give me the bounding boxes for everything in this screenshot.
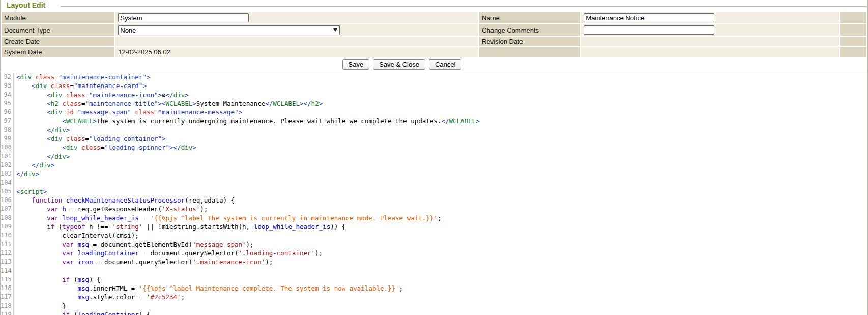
code-token: >	[185, 91, 189, 99]
code-token: '.loading-container'	[239, 249, 315, 257]
code-token: msg	[77, 284, 89, 292]
code-token: div	[181, 144, 193, 151]
line-number: 93	[1, 81, 14, 90]
module-cell	[115, 12, 478, 23]
code-token: >	[142, 82, 147, 90]
right-stub-cell	[840, 24, 866, 36]
code-line: 103</div>	[1, 169, 867, 178]
code-token: <	[62, 117, 66, 125]
empty-value-cell	[581, 47, 839, 57]
code-token: div	[24, 170, 36, 178]
code-token: = document.querySelector(	[139, 249, 239, 257]
code-line: 99 <div class="loading-container">	[1, 134, 867, 143]
line-number: 111	[1, 240, 14, 249]
code-token	[16, 258, 62, 266]
code-token: div	[36, 82, 47, 90]
code-token	[16, 126, 47, 134]
code-token: (	[70, 276, 77, 283]
code-token: >	[43, 188, 47, 195]
code-line: 108 var loop_while_header_is = '{{%pjs ^…	[1, 214, 867, 222]
line-number: 112	[1, 249, 14, 257]
code-editor[interactable]: 92<div class="maintenance-container">93 …	[1, 71, 867, 315]
code-token: >	[158, 91, 162, 99]
right-stub-cell	[840, 12, 866, 23]
code-text: msg.style.color = '#2c5234';	[14, 293, 185, 301]
code-token	[16, 205, 47, 213]
document-type-select[interactable]: None	[118, 25, 340, 35]
code-token	[16, 100, 47, 107]
code-text: <div class="loading-spinner"></div>	[14, 143, 196, 152]
code-token: if	[62, 276, 70, 283]
line-number: 110	[1, 231, 14, 240]
code-token: div	[39, 161, 51, 169]
code-token: </	[441, 117, 449, 125]
code-token: <	[47, 135, 51, 142]
code-token: h2	[51, 100, 59, 107]
code-line: 109 if (typeof h !== 'string' || !miestr…	[1, 222, 867, 231]
save-and-close-button[interactable]: Save & Close	[373, 59, 425, 70]
save-button[interactable]: Save	[342, 59, 370, 70]
code-token	[16, 144, 62, 151]
code-token: >	[51, 161, 55, 169]
name-field[interactable]	[584, 13, 714, 22]
code-token: 'X-status'	[162, 205, 200, 213]
code-token: );	[246, 241, 254, 248]
code-token: ⚙	[162, 91, 166, 99]
code-token: loop_while_header_is	[62, 214, 139, 222]
line-number: 108	[1, 214, 14, 222]
code-line: 93 <div class="maintenance-card">	[1, 81, 867, 90]
code-text: </div>	[14, 169, 39, 178]
code-line: 101 </div>	[1, 152, 867, 161]
code-token: =	[101, 144, 105, 151]
code-text: var h = req.getResponseHeader('X-status'…	[14, 205, 208, 213]
code-token: <	[162, 100, 166, 107]
code-token: icon	[77, 258, 93, 266]
system-date-label: System Date	[2, 47, 114, 57]
code-token	[32, 73, 36, 81]
code-token: <	[32, 82, 36, 90]
code-token: id	[66, 108, 74, 116]
module-field[interactable]	[118, 13, 249, 22]
line-number: 114	[1, 267, 14, 275]
code-line: 92<div class="maintenance-container">	[1, 73, 867, 81]
code-token: WCLABEL	[273, 100, 300, 107]
code-line: 118 }	[1, 302, 867, 310]
code-token	[16, 135, 47, 142]
code-token: </	[32, 161, 39, 169]
cancel-button[interactable]: Cancel	[429, 59, 461, 70]
code-token: ;	[181, 293, 185, 301]
code-token: = document.querySelector(	[93, 258, 193, 266]
code-token: >	[162, 135, 166, 142]
code-token	[47, 82, 51, 90]
code-text: <WCLABEL>The system is currently undergo…	[14, 117, 480, 125]
code-token: .innerHTML =	[89, 284, 139, 292]
code-token	[16, 276, 62, 283]
change-comments-field[interactable]	[584, 25, 714, 35]
code-token: div	[54, 153, 66, 160]
code-text: var icon = document.querySelector('.main…	[14, 257, 273, 266]
code-token: The system is currently undergoing maint…	[97, 117, 441, 125]
code-token: =	[81, 100, 85, 107]
code-token	[16, 293, 77, 301]
line-number: 101	[1, 152, 14, 161]
code-token: class	[81, 144, 101, 151]
code-token: class	[36, 73, 55, 81]
code-text	[14, 267, 16, 275]
document-type-cell: None	[115, 24, 478, 36]
form-row-module-name: Module Name	[2, 12, 866, 23]
code-token: div	[54, 126, 66, 134]
code-line: 94 <div class="maintenance-icon">⚙</div>	[1, 91, 867, 99]
line-number: 103	[1, 169, 14, 178]
code-token: );	[200, 205, 208, 213]
code-token	[16, 249, 62, 257]
code-token: ;	[438, 214, 442, 222]
code-token: "maintenance-title"	[85, 100, 158, 107]
code-text: </div>	[14, 161, 54, 169]
code-token: <	[47, 100, 51, 107]
code-text: if (typeof h !== 'string' || !miestring.…	[14, 222, 345, 231]
code-token	[16, 214, 47, 222]
code-token: typeof	[62, 223, 85, 231]
code-token: 'message_span'	[192, 241, 246, 248]
layout-edit-form: Module Name Document Type None Change Co…	[1, 11, 867, 58]
code-token: div	[66, 144, 78, 151]
